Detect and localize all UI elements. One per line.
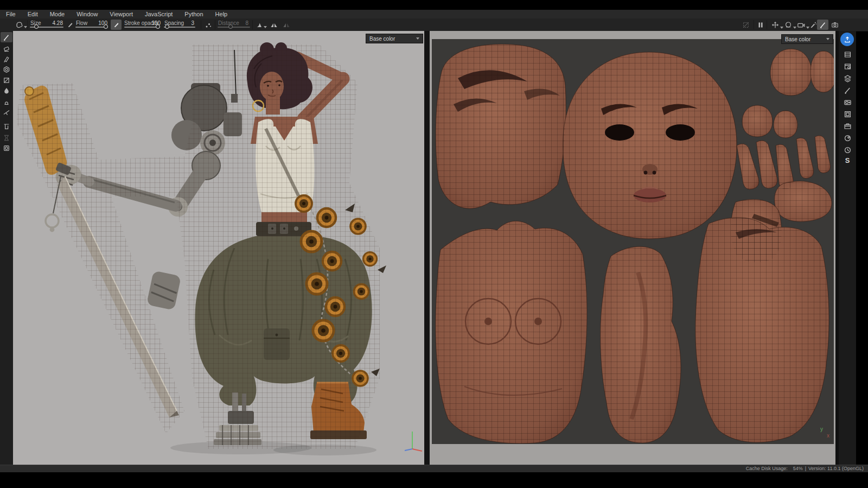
chevron-down-icon <box>826 38 829 40</box>
menu-window[interactable]: Window <box>71 10 104 18</box>
tools-panel <box>0 31 13 465</box>
channel-selector-right[interactable]: Base color <box>781 34 833 44</box>
palettes-sidebar <box>839 31 856 465</box>
paint-mode-active-icon[interactable] <box>817 20 828 30</box>
size-value: 4.28 <box>42 20 63 26</box>
distance-slider-knob <box>228 24 233 29</box>
flow-slider[interactable] <box>75 27 108 28</box>
menu-python[interactable]: Python <box>178 10 209 18</box>
brush-tip-icon[interactable] <box>66 20 74 29</box>
gradient-tool[interactable] <box>1 64 12 74</box>
snapshot-tool[interactable] <box>1 143 12 153</box>
smudge-tool[interactable] <box>1 85 12 96</box>
shelf-palette-icon[interactable] <box>843 122 852 130</box>
uv-canvas[interactable]: y x <box>432 39 834 444</box>
channels-palette-icon[interactable] <box>843 50 852 59</box>
uv-shells: y x <box>432 39 834 444</box>
menu-edit[interactable]: Edit <box>22 10 44 18</box>
stroke-opacity-slider-knob[interactable] <box>156 24 160 29</box>
stroke-opacity-slider[interactable] <box>124 27 160 28</box>
version-info: Version: 11.0.1 (OpenGL) <box>808 465 864 472</box>
transform-gizmo-icon[interactable] <box>770 20 780 29</box>
menu-file[interactable]: File <box>0 10 22 18</box>
brush-tip-active-icon[interactable] <box>111 20 122 30</box>
environment-palette-icon[interactable] <box>843 134 852 142</box>
paint-dots-icon[interactable] <box>203 20 213 29</box>
palette-settings-icon[interactable] <box>843 62 852 71</box>
shotgrid-palette-icon[interactable]: S <box>843 156 852 165</box>
projectors-palette-icon[interactable] <box>843 98 852 106</box>
vector-paint-tool[interactable] <box>1 54 12 64</box>
shading-mode-icon[interactable] <box>783 20 793 29</box>
menu-mode[interactable]: Mode <box>44 10 71 18</box>
select-none-icon <box>741 20 751 29</box>
pause-icon[interactable] <box>756 20 765 29</box>
transform-selection-tool[interactable] <box>1 75 12 85</box>
falloff-curve-icon[interactable] <box>254 20 264 29</box>
layers-palette-icon[interactable] <box>843 74 852 83</box>
canvas-palette-icon[interactable] <box>843 110 852 118</box>
bake-tool-disabled <box>1 132 12 143</box>
camera-icon[interactable] <box>795 20 806 29</box>
cache-disk-usage-label: Cache Disk Usage: <box>746 465 788 472</box>
history-palette-icon[interactable] <box>843 145 852 154</box>
channel-selector-left-value: Base color <box>369 36 395 42</box>
spacing-value: 3 <box>174 20 194 26</box>
cache-disk-usage-value: 54% <box>793 465 803 472</box>
flow-label: Flow <box>76 20 87 26</box>
eraser-tool[interactable] <box>1 43 12 54</box>
paint-palette-icon[interactable] <box>843 86 852 94</box>
towel-tool[interactable] <box>1 121 12 131</box>
channel-selector-right-value: Base color <box>785 36 810 42</box>
viewport-3d[interactable]: Base color <box>13 31 424 465</box>
viewport-uv[interactable]: y x Base color <box>430 31 835 465</box>
menu-viewport[interactable]: Viewport <box>104 10 139 18</box>
chevron-down-icon[interactable] <box>264 26 267 28</box>
menu-javascript[interactable]: JavaScript <box>139 10 178 18</box>
size-slider-knob[interactable] <box>34 24 39 29</box>
application-window: File Edit Mode Window Viewport JavaScrip… <box>0 0 868 488</box>
status-separator: | <box>805 465 806 472</box>
character-model-render <box>13 31 424 465</box>
flow-slider-knob[interactable] <box>104 24 108 29</box>
viewport-splitter[interactable] <box>424 31 430 465</box>
axis-gizmo <box>400 427 424 453</box>
screenshot-icon[interactable] <box>830 20 840 29</box>
menu-bar: File Edit Mode Window Viewport JavaScrip… <box>0 10 868 18</box>
marquee-lasso-icon[interactable] <box>14 20 24 29</box>
menu-help[interactable]: Help <box>209 10 234 18</box>
status-bar: Cache Disk Usage: 54% | Version: 11.0.1 … <box>0 465 868 472</box>
export-share-button[interactable] <box>840 33 854 46</box>
brush-toolbar: Size 4.28 Flow 100 Stroke opacity 100 Sp… <box>0 18 868 31</box>
mirror-icon[interactable] <box>269 20 279 29</box>
mirror-disabled-icon <box>281 20 292 29</box>
paint-brush-tool[interactable] <box>1 32 12 42</box>
svg-text:x: x <box>827 433 829 439</box>
distance-slider <box>218 27 250 28</box>
spacing-slider[interactable] <box>164 27 195 28</box>
slice-tool[interactable] <box>1 107 12 117</box>
channel-selector-left[interactable]: Base color <box>366 34 423 43</box>
chevron-down-icon <box>416 37 419 40</box>
clone-stamp-tool[interactable] <box>1 97 12 107</box>
shotgrid-logo: S <box>845 156 850 165</box>
spacing-slider-knob[interactable] <box>165 24 169 29</box>
svg-text:y: y <box>820 426 823 432</box>
size-slider[interactable] <box>30 27 63 28</box>
